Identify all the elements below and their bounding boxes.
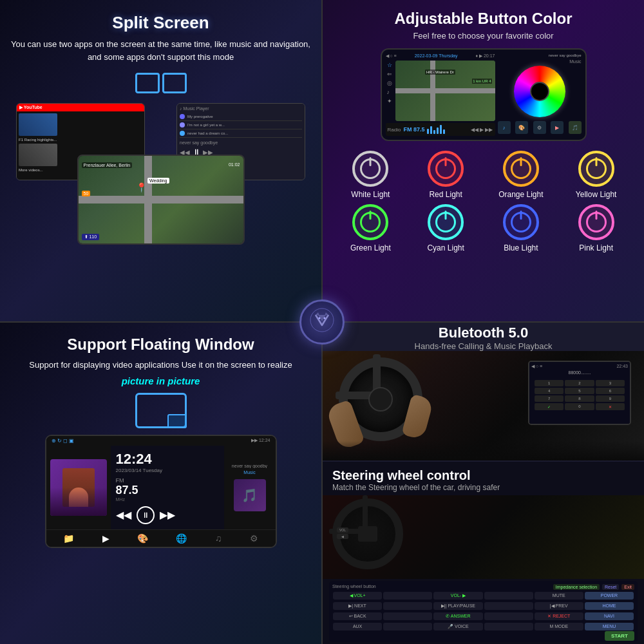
center-logo: [299, 299, 345, 345]
bs-freq: 87.5: [116, 484, 219, 497]
bluetooth-subtitle: Hands-free Calling & Music Playback: [415, 341, 553, 351]
color-buttons-grid: White Light Red Light Orange Light: [329, 151, 638, 252]
green-light-label: Green Light: [350, 243, 391, 252]
button-color-panel: Adjustable Button Color Feel free to cho…: [323, 0, 644, 321]
cyan-light-label: Cyan Light: [427, 243, 464, 252]
floating-window-description: Support for displaying video application…: [29, 359, 292, 372]
button-color-title: Adjustable Button Color: [395, 10, 573, 28]
bs-fm: FM: [116, 477, 219, 484]
start-button[interactable]: START: [605, 631, 634, 641]
steering-subtitle: Match the Steering wheel of the car, dri…: [332, 483, 634, 492]
split-screen-panel: Split Screen You can use two apps on the…: [0, 0, 321, 321]
svg-point-1: [319, 317, 321, 319]
blue-light-label: Blue Light: [504, 243, 538, 252]
red-light-label: Red Light: [429, 190, 462, 199]
bs-time: 12:24: [116, 451, 219, 468]
bottom-stereo-mockup: ⊕ ↻ ◻ ▣ ▶▶ 12:24: [45, 435, 277, 548]
white-light-label: White Light: [351, 190, 390, 199]
split-box-right: [162, 73, 187, 93]
green-light-btn[interactable]: Green Light: [336, 204, 406, 252]
yellow-light-btn[interactable]: Yellow Light: [561, 151, 631, 199]
floating-window-panel: Support Floating Window Support for disp…: [0, 323, 321, 644]
blue-light-btn[interactable]: Blue Light: [486, 204, 556, 252]
steering-title: Steering wheel control: [332, 468, 634, 483]
red-light-btn[interactable]: Red Light: [411, 151, 481, 199]
steering-car-image: VOL ◀: [323, 495, 644, 579]
bs-date: 2023/03/14 Tuesday: [116, 468, 219, 473]
orange-light-btn[interactable]: Orange Light: [486, 151, 556, 199]
white-light-btn[interactable]: White Light: [336, 151, 406, 199]
pip-icon: [135, 393, 187, 428]
pink-light-btn[interactable]: Pink Light: [561, 204, 631, 252]
control-panel-mockup: Steering wheel button Impedance selectio…: [329, 581, 638, 642]
bluetooth-title: Buletooth 5.0: [439, 325, 528, 341]
orange-light-label: Orange Light: [498, 190, 543, 199]
navigation-screen: Prenzlauer Allee, Berlin 01:02 📍 Wedding…: [77, 155, 245, 245]
pink-light-label: Pink Light: [579, 243, 613, 252]
car-screen-mockup: ◀ ○ ≡ 22:43 88000........ 1 2 3 4 5 6: [528, 361, 631, 425]
pip-highlight: picture in picture: [122, 375, 200, 386]
bluetooth-section: Buletooth 5.0 Hands-free Calling & Music…: [323, 323, 644, 462]
split-box-left: [135, 73, 160, 93]
car-interior-photo: ◀ ○ ≡ 22:43 88000........ 1 2 3 4 5 6: [323, 351, 644, 460]
split-screen-title: Split Screen: [112, 13, 209, 33]
split-screen-description: You can use two apps on the screen at th…: [10, 38, 312, 63]
bluetooth-steering-panel: Buletooth 5.0 Hands-free Calling & Music…: [323, 323, 644, 644]
button-color-subtitle: Feel free to choose your favorite color: [413, 31, 553, 41]
svg-point-2: [324, 317, 326, 319]
split-screen-icon: [135, 73, 187, 93]
stereo-mockup: ◀ ○ ≡ 2022-03-09 Thursday ♦ ▶ 20:17 ☆ ⇐ …: [381, 48, 587, 141]
yellow-light-label: Yellow Light: [576, 190, 617, 199]
floating-window-title: Support Floating Window: [67, 336, 254, 354]
steering-section: Steering wheel control Match the Steerin…: [323, 462, 644, 644]
screens-mockup: ▶ YouTube F1 Racing highlights... More v…: [10, 103, 312, 245]
cyan-light-btn[interactable]: Cyan Light: [411, 204, 481, 252]
logo-symbol: [309, 307, 335, 337]
